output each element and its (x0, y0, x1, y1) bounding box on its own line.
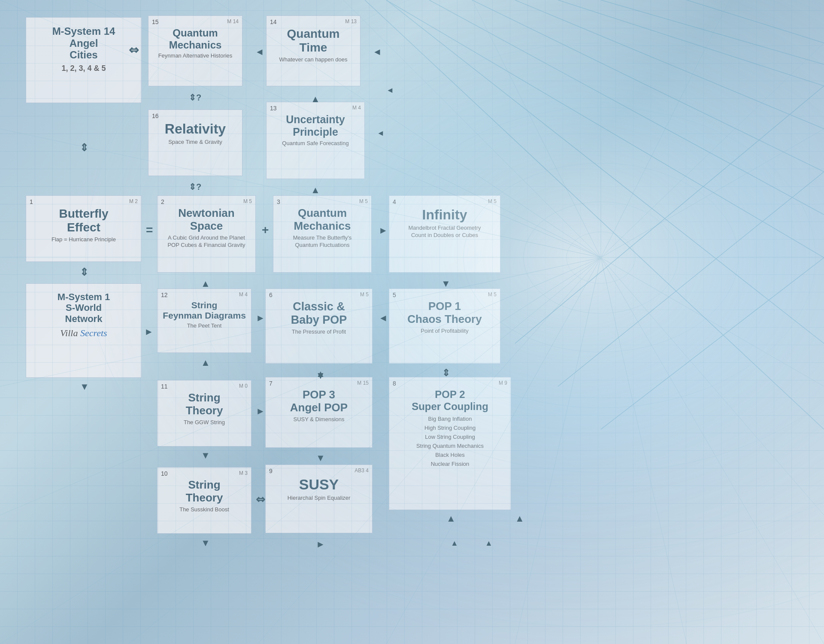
sym-tri-up-1: ▲ (311, 94, 320, 105)
sym-double-h-1: ⇔ (129, 43, 139, 57)
sym-double-v-1: ⇕ (80, 142, 88, 154)
sym-left-1: ◄ (255, 46, 264, 58)
sym-tri-down-6b: ▼ (316, 370, 325, 381)
sym-double-v-5: ⇕ (442, 368, 450, 379)
sym-tri-up-8b: ▲ (515, 513, 524, 524)
sym-tri-up-br2: ▲ (485, 539, 493, 548)
sym-tri-up-br: ▲ (451, 539, 458, 548)
sym-left-5-6: ◄ (379, 313, 388, 324)
sym-right-9: ► (316, 539, 325, 550)
sym-double-v-2: ⇕ (80, 266, 88, 278)
sym-left-far-1: ◄ (386, 86, 394, 95)
sym-left-3: ◄ (377, 129, 385, 138)
sym-tri-up-2: ▲ (311, 185, 320, 196)
sym-right-11-7: ► (256, 406, 265, 417)
sym-double-h-10-9: ⇔ (256, 493, 265, 506)
sym-tri-up-12: ▲ (201, 357, 210, 368)
sym-left-2: ◄ (373, 46, 382, 58)
sym-right-msys1: ► (144, 326, 154, 337)
svg-rect-0 (0, 0, 824, 644)
sym-tri-down-1: ▼ (441, 278, 451, 289)
sym-tri-down-11: ▼ (201, 450, 210, 461)
sym-tri-up-3: ▲ (201, 278, 210, 289)
sym-tri-down-7: ▼ (316, 453, 325, 464)
sym-tri-down-msys1: ▼ (80, 381, 89, 392)
sym-right-1: ► (379, 225, 388, 236)
sym-double-v-q-2: ⇕? (189, 182, 201, 192)
sym-tri-down-10: ▼ (201, 538, 210, 549)
background-vortex (0, 0, 824, 644)
sym-tri-up-8: ▲ (446, 513, 456, 524)
sym-double-v-q-1: ⇕? (189, 92, 201, 103)
sym-plus: + (262, 223, 269, 237)
sym-right-12-6: ► (256, 313, 265, 324)
sym-equals: = (146, 223, 153, 237)
